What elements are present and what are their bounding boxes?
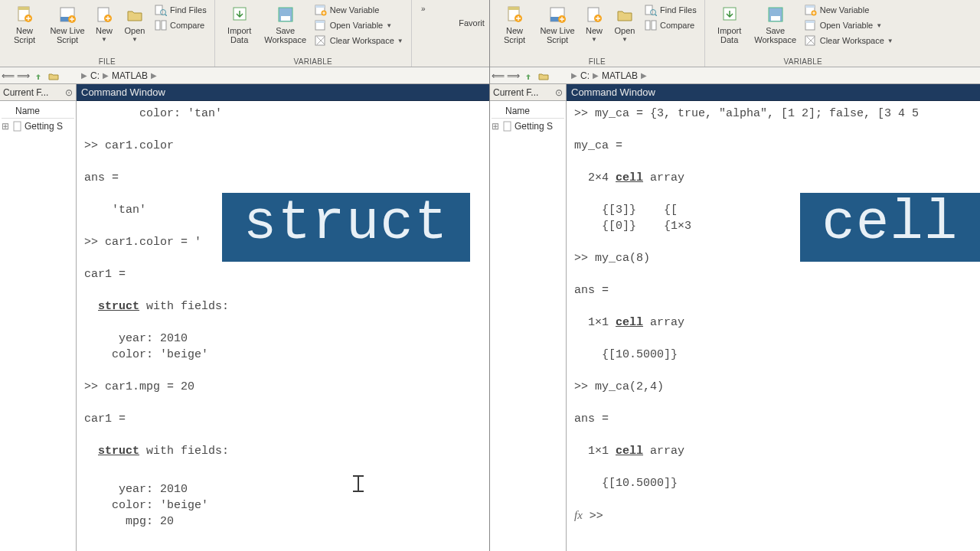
svg-rect-11 (155, 21, 160, 30)
command-window-header: Command Window (567, 84, 980, 101)
new-variable-icon (315, 4, 327, 16)
file-icon (502, 121, 513, 132)
svg-rect-43 (805, 21, 815, 23)
address-bar-right: ⟸ ⟹ ▶ C: ▶ MATLAB ▶ (490, 67, 980, 84)
new-variable-icon (805, 4, 817, 16)
clear-workspace-button[interactable]: Clear Workspace ▼ (313, 34, 405, 47)
ribbon-group-file: New Script New Live Script New ▼ (490, 0, 705, 67)
svg-rect-34 (645, 21, 650, 30)
import-data-button[interactable]: Import Data (708, 2, 751, 46)
open-button[interactable]: Open ▼ (609, 2, 640, 44)
chevron-down-icon: ▼ (622, 36, 628, 43)
ribbon-group-variable: Import Data Save Workspace New Variable (705, 0, 901, 67)
new-script-button[interactable]: New Script (3, 2, 46, 46)
command-window-right: Command Window >> my_ca = {3, true, "alp… (567, 84, 980, 551)
tree-column-name[interactable]: Name (2, 104, 74, 119)
clear-workspace-button[interactable]: Clear Workspace ▼ (803, 34, 895, 47)
current-folder-panel: Current F... ⊙ Name ⊞ Getting S (0, 84, 77, 551)
chevrons-right-icon: » (421, 5, 426, 13)
save-workspace-icon (765, 5, 786, 24)
svg-rect-38 (771, 16, 780, 21)
right-pane: New Script New Live Script New ▼ (490, 0, 980, 551)
svg-rect-24 (508, 7, 519, 10)
tree-column-name[interactable]: Name (492, 104, 564, 119)
ribbon-left: New Script New Live Script New ▼ (0, 0, 489, 67)
ribbon-group-variable: Import Data Save Workspace New Variable (215, 0, 412, 67)
chevron-right-icon: ▶ (639, 71, 648, 80)
clear-workspace-icon (805, 34, 817, 47)
panel-menu-icon[interactable]: ⊙ (555, 87, 563, 98)
new-variable-button[interactable]: New Variable (313, 3, 405, 17)
left-pane: New Script New Live Script New ▼ (0, 0, 490, 551)
svg-rect-35 (652, 21, 656, 30)
ribbon-collapse-button[interactable]: » (415, 2, 432, 13)
command-window-content[interactable]: color: 'tan' >> car1.color ans = 'tan' >… (77, 101, 489, 551)
nav-back-button[interactable]: ⟸ (0, 68, 15, 83)
svg-rect-22 (14, 122, 21, 131)
fx-prompt-icon: fx (574, 509, 583, 521)
save-workspace-button[interactable]: Save Workspace (261, 2, 310, 46)
command-window-left: Command Window color: 'tan' >> car1.colo… (77, 84, 489, 551)
svg-rect-45 (504, 122, 511, 131)
ribbon-right: New Script New Live Script New ▼ (490, 0, 980, 67)
new-live-script-button[interactable]: New Live Script (46, 2, 89, 46)
open-variable-button[interactable]: Open Variable ▼ (803, 18, 895, 32)
nav-back-button[interactable]: ⟸ (490, 68, 505, 83)
tree-item[interactable]: ⊞ Getting S (2, 120, 74, 132)
import-data-icon (719, 5, 740, 24)
text-cursor-icon (353, 475, 364, 492)
chevron-down-icon: ▼ (386, 22, 392, 29)
nav-browse-button[interactable] (536, 68, 551, 83)
svg-rect-12 (162, 21, 166, 30)
address-path[interactable]: ▶ C: ▶ MATLAB ▶ (567, 70, 648, 81)
find-files-button[interactable]: Find Files (643, 3, 698, 17)
ribbon-group-file-label: FILE (493, 57, 701, 67)
find-files-icon (155, 4, 167, 16)
svg-rect-15 (281, 16, 290, 21)
nav-up-button[interactable] (31, 68, 46, 83)
chevron-down-icon: ▼ (132, 36, 138, 43)
open-button[interactable]: Open ▼ (119, 2, 150, 44)
svg-rect-20 (315, 21, 325, 23)
chevron-down-icon: ▼ (101, 36, 107, 43)
command-window-content[interactable]: >> my_ca = {3, true, "alpha", [1 2]; fal… (567, 101, 980, 551)
current-folder-header: Current F... ⊙ (490, 84, 566, 101)
compare-button[interactable]: Compare (643, 18, 698, 32)
svg-rect-40 (805, 5, 815, 8)
clear-workspace-icon (315, 34, 327, 47)
open-variable-icon (805, 19, 817, 31)
save-workspace-button[interactable]: Save Workspace (751, 2, 800, 46)
overlay-struct-label: struct (222, 193, 470, 262)
chevron-right-icon: ▶ (591, 71, 600, 80)
svg-rect-1 (18, 7, 29, 10)
new-live-script-button[interactable]: New Live Script (536, 2, 579, 46)
nav-up-button[interactable] (521, 68, 536, 83)
compare-icon (645, 19, 657, 31)
import-data-button[interactable]: Import Data (218, 2, 261, 46)
ribbon-group-variable-label: VARIABLE (708, 57, 898, 67)
nav-browse-button[interactable] (46, 68, 61, 83)
compare-icon (155, 19, 167, 31)
address-bar-left: ⟸ ⟹ ▶ C: ▶ MATLAB ▶ (0, 67, 489, 84)
ribbon-group-favorites: » (412, 0, 435, 67)
new-script-button[interactable]: New Script (493, 2, 536, 46)
chevron-down-icon: ▼ (887, 37, 893, 44)
new-button[interactable]: New ▼ (579, 2, 609, 44)
tree-item[interactable]: ⊞ Getting S (492, 120, 564, 132)
address-path[interactable]: ▶ C: ▶ MATLAB ▶ (77, 70, 158, 81)
nav-fwd-button[interactable]: ⟹ (505, 68, 521, 83)
svg-rect-44 (805, 36, 815, 45)
new-button[interactable]: New ▼ (89, 2, 119, 44)
new-icon (583, 5, 605, 24)
find-files-button[interactable]: Find Files (153, 3, 208, 17)
overlay-cell-label: cell (800, 193, 980, 262)
new-variable-button[interactable]: New Variable (803, 3, 895, 17)
compare-button[interactable]: Compare (153, 18, 208, 32)
expand-icon[interactable]: ⊞ (2, 121, 11, 132)
nav-fwd-button[interactable]: ⟹ (15, 68, 31, 83)
open-variable-button[interactable]: Open Variable ▼ (313, 18, 405, 32)
svg-rect-17 (315, 5, 325, 8)
expand-icon[interactable]: ⊞ (492, 121, 501, 132)
panel-menu-icon[interactable]: ⊙ (65, 87, 73, 98)
favorites-button[interactable]: Favorit (456, 15, 488, 29)
